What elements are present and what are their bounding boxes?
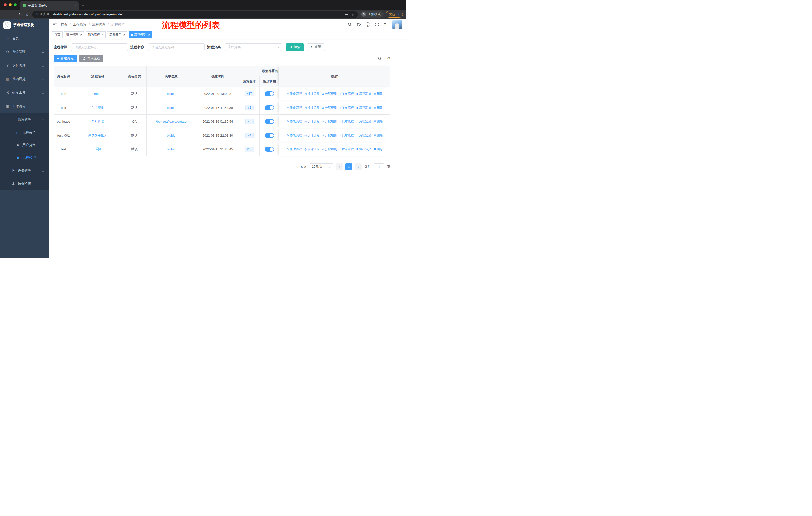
row-action-publish[interactable]: ☝发布流程 (340, 147, 354, 151)
tag-close-icon[interactable]: × (148, 33, 150, 36)
sidebar-item[interactable]: ▤流程表单 (0, 126, 49, 139)
prev-page-button[interactable]: ‹ (336, 163, 343, 170)
hamburger-icon[interactable] (53, 23, 57, 26)
breadcrumb-item[interactable]: 工作流程 (73, 22, 87, 27)
reload-icon[interactable]: ↻ (18, 12, 23, 17)
sidebar-item[interactable]: ⚑任务管理 (0, 164, 49, 177)
form-info-link[interactable]: biubiu (167, 134, 176, 137)
fullscreen-icon[interactable] (375, 22, 379, 27)
close-window-button[interactable] (3, 3, 6, 6)
view-tag[interactable]: 租户管理× (64, 31, 84, 38)
sidebar-item[interactable]: ☻用户分组 (0, 139, 49, 152)
row-action-edit[interactable]: ✎修改流程 (287, 147, 302, 151)
sidebar-item[interactable]: ◔首页 (0, 31, 49, 45)
row-action-design[interactable]: ◎设计流程 (304, 134, 319, 137)
process-name-link[interactable]: eeee (94, 92, 102, 96)
update-button[interactable]: 更新 ⋮ (386, 11, 403, 18)
row-action-design[interactable]: ◎设计流程 (304, 120, 319, 123)
row-action-design[interactable]: ◎设计流程 (304, 92, 319, 96)
row-action-publish[interactable]: ☝发布流程 (340, 106, 354, 109)
sidebar-item[interactable]: ▣工作流程 (0, 100, 49, 113)
font-size-icon[interactable]: TT (384, 22, 388, 27)
form-info-link[interactable]: biubiu (167, 147, 176, 151)
minimize-window-button[interactable] (8, 3, 11, 6)
sidebar-item[interactable]: ▶流程模型 (0, 152, 49, 164)
row-action-assign[interactable]: ♙分配规则 (322, 134, 337, 137)
form-info-link[interactable]: biubiu (167, 92, 176, 96)
status-toggle[interactable] (265, 133, 274, 138)
back-icon[interactable]: ← (3, 12, 8, 17)
sidebar-item[interactable]: ♟请假查询 (0, 177, 49, 190)
view-tag[interactable]: 流程表单× (107, 31, 127, 38)
sidebar-item[interactable]: ⚙系统管理 (0, 45, 49, 59)
more-menu-icon[interactable]: ⋮ (397, 12, 401, 17)
browser-tab[interactable]: 芋道管理系统 × (20, 1, 79, 9)
row-action-delete[interactable]: ✖删除 (374, 92, 383, 96)
process-name-link[interactable]: 滔博 (95, 147, 101, 151)
row-action-edit[interactable]: ✎修改流程 (287, 92, 302, 96)
password-key-icon[interactable] (345, 12, 349, 16)
row-action-delete[interactable]: ✖删除 (374, 106, 383, 109)
reset-button[interactable]: ↻ 重置 (307, 43, 325, 51)
row-action-design[interactable]: ◎设计流程 (304, 106, 319, 109)
view-tag[interactable]: 首页 (52, 31, 63, 38)
new-tab-button[interactable]: + (82, 3, 84, 7)
row-action-assign[interactable]: ♙分配规则 (322, 147, 337, 151)
status-toggle[interactable] (265, 147, 274, 152)
search-icon[interactable] (348, 22, 352, 27)
breadcrumb-item[interactable]: 流程管理 (92, 22, 106, 27)
form-info-link[interactable]: biubiu (167, 106, 176, 110)
status-toggle[interactable] (265, 119, 274, 124)
row-action-delete[interactable]: ✖删除 (374, 120, 383, 123)
process-name-link[interactable]: 测试多审批人 (88, 133, 108, 137)
next-page-button[interactable]: › (355, 163, 362, 170)
refresh-table-button[interactable]: ↻ (387, 56, 390, 60)
process-name-link[interactable]: OA 请假 (92, 119, 104, 123)
address-bar[interactable]: ⚠ 不安全 dashboard.yudao.iocoder.cn/bpm/man… (32, 11, 358, 18)
row-action-edit[interactable]: ✎修改流程 (287, 134, 302, 137)
import-process-button[interactable]: ↥ 导入流程 (79, 55, 104, 62)
row-action-definition[interactable]: ≣流程定义 (356, 134, 371, 137)
row-action-assign[interactable]: ♙分配规则 (322, 92, 337, 96)
tag-close-icon[interactable]: × (80, 33, 82, 36)
process-name-link[interactable]: 自己审批 (91, 106, 105, 109)
tab-close-icon[interactable]: × (74, 3, 76, 7)
process-category-select[interactable]: 流程分类 (225, 43, 282, 51)
tag-close-icon[interactable]: × (102, 33, 104, 36)
sidebar-item[interactable]: ⚒研发工具 (0, 86, 49, 100)
create-process-button[interactable]: + 新建流程 (54, 55, 77, 62)
process-name-input[interactable] (148, 43, 205, 51)
help-icon[interactable]: ? (366, 22, 370, 27)
row-action-definition[interactable]: ≣流程定义 (356, 92, 371, 96)
status-toggle[interactable] (265, 91, 274, 96)
search-button[interactable]: 搜索 (286, 43, 304, 51)
row-action-edit[interactable]: ✎修改流程 (287, 106, 302, 109)
github-icon[interactable] (357, 22, 361, 27)
view-tag[interactable]: 我的流程× (86, 31, 106, 38)
row-action-edit[interactable]: ✎修改流程 (287, 120, 302, 123)
process-key-input[interactable] (71, 43, 128, 51)
sidebar-item[interactable]: ¥支付管理 (0, 59, 49, 72)
page-size-select[interactable]: 10条/页 (310, 163, 333, 170)
tag-close-icon[interactable]: × (123, 33, 125, 36)
form-info-link[interactable]: /bpm/oa/leave/create (156, 120, 186, 124)
sidebar-item[interactable]: ▦基础设施 (0, 72, 49, 86)
row-action-delete[interactable]: ✖删除 (374, 134, 383, 137)
current-page-button[interactable]: 1 (345, 163, 352, 170)
status-toggle[interactable] (265, 105, 274, 110)
row-action-definition[interactable]: ≣流程定义 (356, 147, 371, 151)
breadcrumb-item[interactable]: 首页 (61, 22, 67, 27)
row-action-publish[interactable]: ☝发布流程 (340, 134, 354, 137)
view-tag[interactable]: 流程模型× (128, 31, 152, 38)
row-action-design[interactable]: ◎设计流程 (304, 147, 319, 151)
row-action-publish[interactable]: ☝发布流程 (340, 120, 354, 123)
row-action-definition[interactable]: ≣流程定义 (356, 106, 371, 109)
row-action-definition[interactable]: ≣流程定义 (356, 120, 371, 123)
sidebar-item[interactable]: ≡流程管理 (0, 113, 49, 126)
toggle-search-button[interactable] (378, 57, 382, 60)
forward-icon[interactable]: → (10, 12, 16, 17)
home-icon[interactable]: ⌂ (25, 12, 30, 17)
row-action-delete[interactable]: ✖删除 (374, 147, 383, 151)
row-action-publish[interactable]: ☝发布流程 (340, 92, 354, 96)
zoom-window-button[interactable] (13, 3, 17, 6)
